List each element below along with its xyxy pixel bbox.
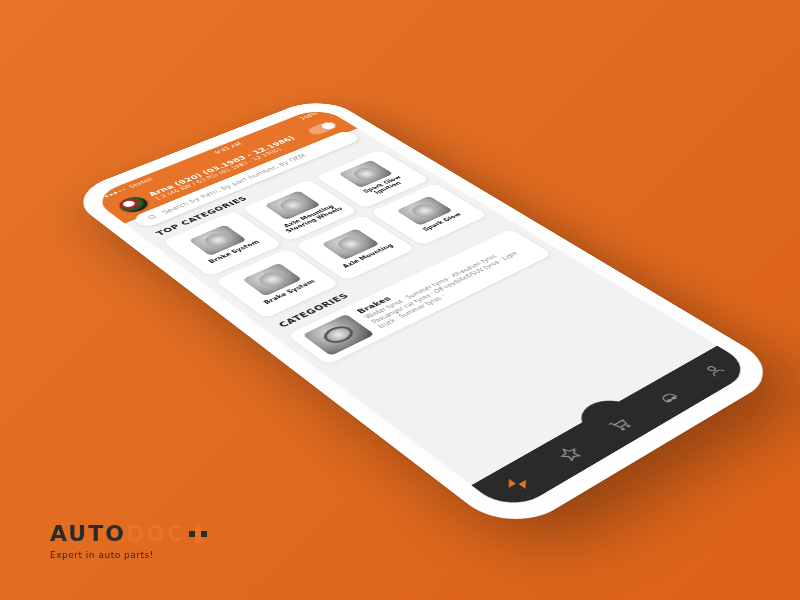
svg-point-6 — [707, 366, 716, 372]
svg-point-2 — [621, 428, 625, 430]
svg-point-3 — [626, 425, 630, 427]
star-icon[interactable] — [555, 444, 585, 463]
cart-icon[interactable] — [605, 416, 634, 434]
svg-point-0 — [147, 215, 156, 220]
brand-logo: AUTODOC Expert in auto parts! — [50, 521, 207, 560]
phone-frame: Sketch 9:41 AM 100% Arna (920) (03.1983 … — [65, 95, 786, 536]
brand-tagline: Expert in auto parts! — [50, 550, 154, 560]
part-icon — [302, 314, 374, 356]
screen: Sketch 9:41 AM 100% Arna (920) (03.1983 … — [90, 106, 756, 514]
car-icon[interactable] — [654, 388, 683, 406]
profile-icon[interactable] — [700, 362, 728, 379]
search-icon — [145, 213, 160, 221]
svg-point-4 — [667, 399, 671, 402]
plus-icon — [189, 525, 207, 543]
svg-point-5 — [672, 397, 676, 400]
brand-name-b: DOC — [126, 521, 185, 546]
home-icon[interactable] — [502, 474, 532, 494]
brand-name-a: AUTO — [50, 521, 126, 546]
card-label: Brake System — [260, 278, 320, 307]
